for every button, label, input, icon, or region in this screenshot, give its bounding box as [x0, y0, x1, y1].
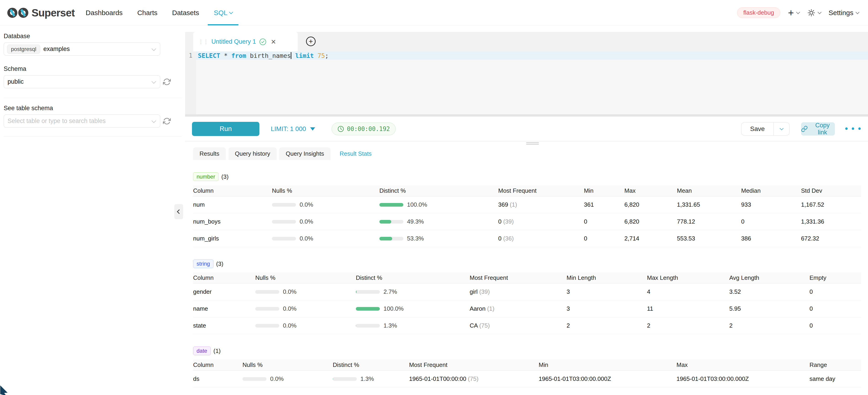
column-count: (3): [221, 173, 228, 180]
database-select[interactable]: postgresql examples: [4, 42, 160, 56]
percent-bar-fill: [379, 237, 392, 241]
sql-code-line: SELECT * from birth_names limit 75;: [196, 52, 329, 59]
chevron-down-icon: [780, 126, 783, 130]
tab-query-history[interactable]: Query history: [228, 147, 277, 160]
table-row: num_boys0.0%49.3%0 (39)06,820778.1201,33…: [193, 213, 861, 230]
new-item-button[interactable]: +: [788, 8, 800, 18]
column-header: Min Length: [566, 274, 647, 281]
percent-cell: 1.3%: [333, 375, 409, 383]
percent-label: 0.0%: [283, 322, 297, 329]
tab-result-stats[interactable]: Result Stats: [333, 147, 378, 160]
column-header: Distinct %: [356, 274, 470, 281]
percent-bar: [243, 377, 267, 381]
table-header-row: ColumnNulls %Distinct %Most FrequentMin …: [193, 272, 861, 283]
refresh-schemas-button[interactable]: [163, 78, 171, 86]
percent-bar: [356, 307, 380, 311]
stats-table: ColumnNulls %Distinct %Most FrequentMinM…: [193, 185, 861, 247]
environment-badge: flask-debug: [737, 7, 780, 18]
most-frequent-value: 369: [498, 201, 508, 208]
panel-resize-handle[interactable]: [526, 142, 539, 143]
most-frequent-cell: 0 (39): [498, 218, 584, 225]
tab-query-insights[interactable]: Query Insights: [279, 147, 331, 160]
refresh-tables-button[interactable]: [163, 117, 171, 125]
percent-bar: [255, 307, 279, 311]
database-value: examples: [43, 45, 70, 53]
limit-dropdown[interactable]: LIMIT: 1 000: [271, 125, 315, 132]
chevron-down-icon: [856, 10, 860, 14]
sql-editor-active-line: 1 SELECT * from birth_names limit 75;: [185, 52, 868, 60]
database-engine-tag: postgresql: [7, 44, 40, 54]
percent-bar: [272, 220, 296, 223]
stats-sections: number(3)ColumnNulls %Distinct %Most Fre…: [185, 172, 868, 388]
new-query-tab-button[interactable]: +: [306, 37, 316, 46]
percent-cell: 0.0%: [272, 201, 379, 208]
percent-cell: 1.3%: [356, 322, 470, 329]
query-success-check-icon: [259, 38, 267, 45]
limit-value: 1 000: [290, 125, 306, 132]
percent-bar: [356, 324, 380, 328]
percent-label: 0.0%: [300, 218, 313, 225]
percent-cell: 0.0%: [255, 305, 356, 312]
percent-bar: [379, 237, 403, 241]
editor-resize-strip[interactable]: [185, 114, 868, 117]
percent-bar: [379, 203, 403, 207]
stat-value-cell: same day: [809, 375, 860, 383]
save-options-button[interactable]: [773, 123, 789, 135]
main-nav: Dashboards Charts Datasets SQL: [79, 0, 240, 25]
query-timer: 00:00:00.192: [332, 123, 396, 135]
percent-label: 100.0%: [407, 201, 427, 208]
query-tabstrip: ⋮⋮ Untitled Query 1 × +: [185, 26, 868, 52]
percent-cell: 100.0%: [379, 201, 498, 208]
stats-table: ColumnNulls %Distinct %Most FrequentMin …: [193, 272, 861, 334]
collapse-panel-button[interactable]: [175, 204, 183, 219]
table-select[interactable]: Select table or type to search tables: [4, 115, 160, 127]
stat-value-cell: 1,331.36: [801, 218, 860, 225]
stats-section-number: number(3)ColumnNulls %Distinct %Most Fre…: [193, 172, 861, 247]
column-name-cell: name: [193, 305, 255, 312]
save-button[interactable]: Save: [741, 123, 773, 135]
theme-toggle[interactable]: [807, 9, 821, 17]
settings-menu[interactable]: Settings: [829, 9, 859, 17]
more-options-button[interactable]: • • •: [845, 127, 862, 130]
tab-results[interactable]: Results: [193, 147, 226, 160]
save-split-button: Save: [741, 122, 789, 135]
percent-label: 100.0%: [383, 305, 404, 312]
nav-datasets[interactable]: Datasets: [165, 0, 206, 25]
superset-logo[interactable]: Superset: [7, 7, 75, 19]
table-row: num0.0%100.0%369 (1)3616,8201,331.659331…: [193, 196, 861, 213]
nav-sql[interactable]: SQL: [206, 0, 240, 25]
percent-label: 0.0%: [300, 201, 313, 208]
stat-value-cell: 778.12: [677, 218, 741, 225]
elapsed-time: 00:00:00.192: [347, 125, 390, 132]
drag-handle-icon[interactable]: ⋮⋮: [198, 39, 208, 45]
nav-sql-label: SQL: [214, 9, 227, 17]
column-header: Max: [624, 187, 677, 194]
schema-label: Schema: [4, 65, 182, 72]
results-panel: Results Query history Query Insights Res…: [185, 141, 868, 395]
stat-value-cell: 672.32: [801, 235, 860, 242]
stats-section-string: string(3)ColumnNulls %Distinct %Most Fre…: [193, 259, 861, 334]
column-name-cell: num: [193, 201, 272, 208]
nav-charts[interactable]: Charts: [130, 0, 165, 25]
query-tab[interactable]: ⋮⋮ Untitled Query 1 ×: [193, 32, 298, 52]
chevron-down-icon: [152, 47, 156, 51]
sun-icon: [807, 9, 815, 17]
sql-editor[interactable]: 1 SELECT * from birth_names limit 75;: [185, 52, 868, 114]
schema-select[interactable]: public: [4, 75, 160, 88]
section-badge-line: string(3): [193, 259, 861, 268]
column-header: Nulls %: [272, 187, 379, 194]
divider: [4, 98, 182, 98]
panel-resize-handle[interactable]: [526, 144, 539, 145]
close-tab-icon[interactable]: ×: [271, 38, 276, 46]
column-count: (1): [213, 347, 221, 355]
column-header: Distinct %: [379, 187, 498, 194]
table-row: gender0.0%2.7%girl (39)343.520: [193, 283, 861, 300]
stats-section-date: date(1)ColumnNulls %Distinct %Most Frequ…: [193, 346, 861, 388]
copy-link-button[interactable]: Copy link: [801, 122, 835, 135]
stat-value-cell: 386: [741, 235, 801, 242]
run-button[interactable]: Run: [192, 122, 259, 136]
column-name-cell: state: [193, 322, 255, 329]
percent-cell: 0.0%: [272, 235, 379, 242]
nav-dashboards[interactable]: Dashboards: [79, 0, 130, 25]
chevron-down-icon: [229, 10, 233, 14]
